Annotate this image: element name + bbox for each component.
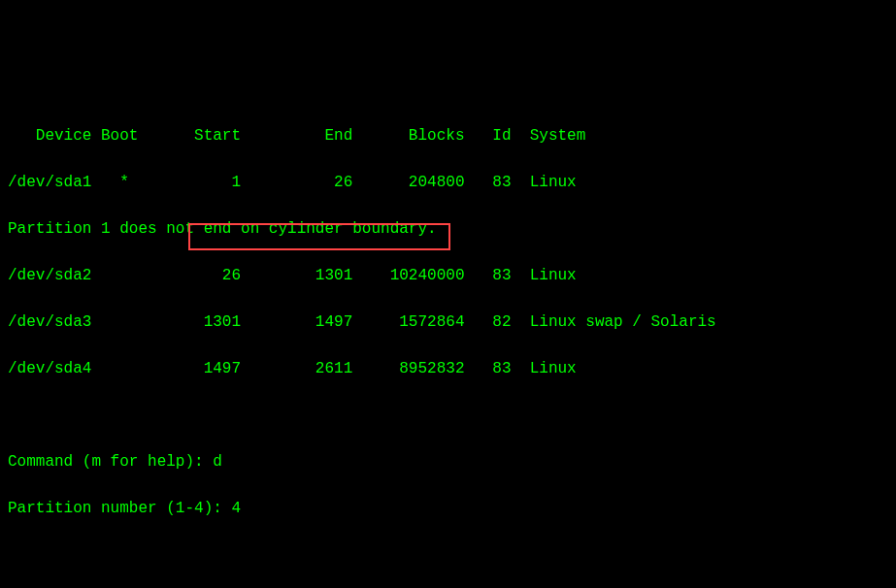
partition-row: /dev/sda4 1497 2611 8952832 83 Linux xyxy=(8,357,888,380)
blank-line xyxy=(8,543,888,567)
partition-row: /dev/sda2 26 1301 10240000 83 Linux xyxy=(8,264,888,287)
table-header: Device Boot Start End Blocks Id System xyxy=(8,124,888,147)
blank-line xyxy=(8,404,888,427)
partition-number-prompt: Partition number (1-4): 4 xyxy=(8,497,888,520)
partition-row: /dev/sda3 1301 1497 1572864 82 Linux swa… xyxy=(8,310,888,334)
boundary-warning: Partition 1 does not end on cylinder bou… xyxy=(8,217,888,241)
command-prompt: Command (m for help): d xyxy=(8,450,888,474)
partition-row: /dev/sda1 * 1 26 204800 83 Linux xyxy=(8,171,888,194)
terminal-output: Device Boot Start End Blocks Id System /… xyxy=(8,101,888,588)
